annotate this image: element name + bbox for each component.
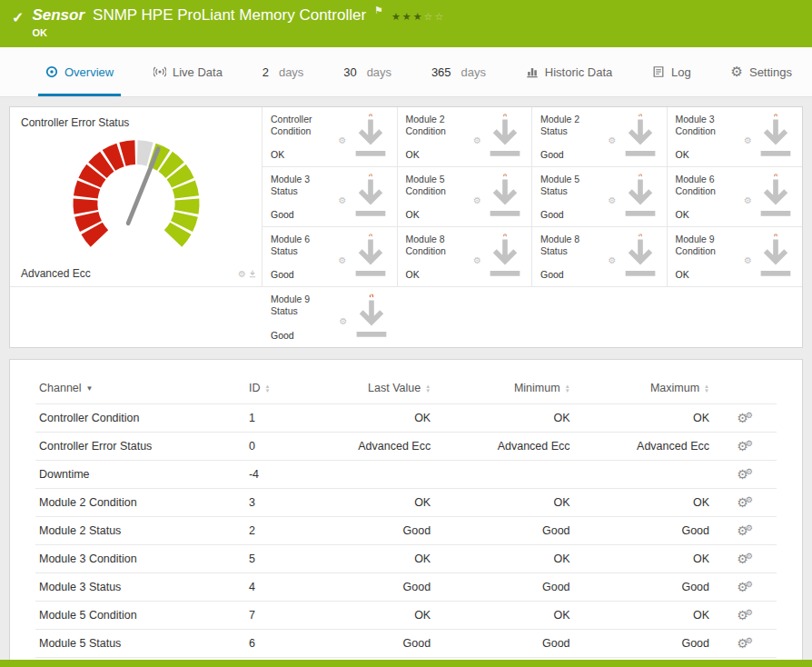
sort-toggle-icon: ▲▼	[565, 384, 570, 393]
gauge-pin-icon[interactable]	[619, 237, 661, 283]
gauge-settings-icon[interactable]: ⚙	[744, 256, 752, 264]
gauge-pin-icon[interactable]	[484, 237, 526, 283]
channel-settings-icon[interactable]: ⚙⚙	[737, 608, 753, 622]
table-row[interactable]: Module 3 Status4GoodGoodGood⚙⚙	[35, 573, 777, 602]
gauge-pin-icon[interactable]	[484, 117, 526, 163]
gauge-value: OK	[406, 209, 474, 220]
column-header-id[interactable]: ID▲▼	[245, 373, 295, 404]
tab-log[interactable]: Log	[645, 47, 698, 96]
gauge-settings-icon[interactable]: ⚙	[744, 136, 752, 144]
gauge-settings-icon[interactable]: ⚙	[473, 136, 481, 144]
gauge-pin-icon[interactable]	[350, 117, 391, 163]
gauge-settings-icon[interactable]: ⚙	[609, 196, 617, 204]
channel-value-cell: OK	[574, 489, 713, 517]
gauge-cell-module-3-condition[interactable]: Module 3 ConditionOK⚙	[668, 107, 803, 167]
star-filled-icon[interactable]: ★	[413, 11, 424, 22]
tab-settings[interactable]: ⚙Settings	[724, 47, 799, 96]
gauge-cell-module-8-condition[interactable]: Module 8 ConditionOK⚙	[398, 227, 533, 287]
gauge-icons: ⚙	[339, 117, 391, 163]
gauge-cell-module-9-condition[interactable]: Module 9 ConditionOK⚙	[668, 227, 803, 287]
tab-30-days[interactable]: 30days	[336, 47, 399, 96]
gauge-settings-icon[interactable]: ⚙	[473, 256, 481, 264]
tab-365-days[interactable]: 365days	[424, 47, 493, 96]
gauge-settings-icon[interactable]: ⚙	[609, 136, 617, 144]
gauge-settings-icon[interactable]: ⚙	[744, 196, 752, 204]
gauge-cell-controller-condition[interactable]: Controller ConditionOK⚙	[262, 107, 398, 167]
table-row[interactable]: Downtime-4⚙⚙	[35, 461, 777, 489]
channel-settings-icon[interactable]: ⚙⚙	[737, 439, 753, 453]
column-header-last-value[interactable]: Last Value▲▼	[295, 373, 434, 404]
priority-stars[interactable]: ★★★☆☆	[391, 7, 445, 24]
star-filled-icon[interactable]: ★	[402, 11, 413, 22]
gauge-cell-controller-error-status[interactable]: Controller Error Status Advanced Ecc ⚙	[10, 107, 262, 287]
gauge-pin-icon[interactable]	[755, 237, 797, 283]
gauge-settings-icon[interactable]: ⚙	[340, 317, 348, 325]
channel-settings-icon[interactable]: ⚙⚙	[737, 411, 753, 425]
gauge-cell-module-3-status[interactable]: Module 3 StatusGood⚙	[262, 167, 398, 227]
column-header-maximum[interactable]: Maximum▲▼	[574, 373, 713, 404]
table-row[interactable]: Module 2 Status2GoodGoodGood⚙⚙	[35, 517, 777, 545]
gauge-value: OK	[271, 149, 339, 160]
channel-settings-icon[interactable]: ⚙⚙	[737, 552, 753, 566]
channel-value-cell: 7	[245, 602, 295, 630]
channel-settings-icon[interactable]: ⚙⚙	[737, 636, 753, 651]
channel-value-cell: 2	[245, 517, 295, 545]
gauge-pin-icon[interactable]	[249, 265, 256, 282]
gauge-cell-module-6-condition[interactable]: Module 6 ConditionOK⚙	[668, 167, 803, 227]
gauge-icons: ⚙	[744, 177, 797, 223]
channel-settings-icon[interactable]: ⚙⚙	[737, 495, 753, 510]
gauge-cell-module-9-status[interactable]: Module 9 StatusGood⚙	[262, 287, 398, 347]
gauge-pin-icon[interactable]	[619, 117, 661, 163]
gauge-cell-module-6-status[interactable]: Module 6 StatusGood⚙	[262, 227, 398, 287]
gauge-settings-icon[interactable]: ⚙	[609, 256, 617, 264]
column-label: ID	[249, 382, 261, 394]
gauge-settings-icon[interactable]: ⚙	[339, 196, 347, 204]
channel-value-cell: Good	[574, 630, 713, 658]
gauge-pin-icon[interactable]	[484, 177, 526, 223]
table-row[interactable]: Module 5 Status6GoodGoodGood⚙⚙	[35, 630, 777, 658]
gauge-settings-icon[interactable]: ⚙	[473, 196, 481, 204]
gauge-cell-module-8-status[interactable]: Module 8 StatusGood⚙	[532, 227, 668, 287]
channel-settings-icon[interactable]: ⚙⚙	[737, 467, 753, 482]
star-empty-icon[interactable]: ☆	[434, 11, 445, 22]
gauge-cell-module-5-status[interactable]: Module 5 StatusGood⚙	[532, 167, 668, 227]
gauge-pin-icon[interactable]	[350, 237, 391, 283]
gauge-cell-module-2-condition[interactable]: Module 2 ConditionOK⚙	[398, 107, 533, 167]
star-filled-icon[interactable]: ★	[391, 11, 402, 22]
gauge-pin-icon[interactable]	[351, 298, 392, 343]
tab-historic-data[interactable]: Historic Data	[519, 47, 619, 96]
table-row[interactable]: Module 2 Condition3OKOKOK⚙⚙	[35, 489, 777, 517]
table-row[interactable]: Module 5 Condition7OKOKOK⚙⚙	[35, 602, 777, 630]
tab-live-data[interactable]: Live Data	[146, 47, 230, 96]
channel-actions-cell: ⚙⚙	[713, 489, 777, 517]
gauge-cell-module-2-status[interactable]: Module 2 StatusGood⚙	[532, 107, 668, 167]
gauge-pin-icon[interactable]	[619, 177, 661, 223]
gauge-value: Good	[271, 269, 339, 280]
table-row[interactable]: Module 3 Condition5OKOKOK⚙⚙	[35, 545, 777, 573]
channel-value-cell	[295, 461, 434, 489]
gauges-panel: Controller Error Status Advanced Ecc ⚙ C…	[9, 106, 803, 348]
channel-name-cell: Module 2 Condition	[35, 489, 245, 517]
gauge-settings-icon[interactable]: ⚙	[339, 136, 347, 144]
table-row[interactable]: Controller Condition1OKOKOK⚙⚙	[35, 404, 777, 433]
channel-settings-icon[interactable]: ⚙⚙	[737, 523, 753, 538]
tab-overview[interactable]: Overview	[38, 47, 121, 96]
gauge-settings-icon[interactable]: ⚙	[238, 270, 246, 278]
column-header-minimum[interactable]: Minimum▲▼	[434, 373, 573, 404]
gauge-title: Module 8 Condition	[406, 234, 474, 257]
channel-value-cell: OK	[574, 545, 713, 573]
star-empty-icon[interactable]: ☆	[424, 11, 435, 22]
gauge-pin-icon[interactable]	[350, 177, 391, 223]
tab-2-days[interactable]: 2days	[255, 47, 312, 96]
gauge-graphic: ⚙	[339, 234, 391, 283]
table-row[interactable]: Controller Error Status0Advanced EccAdva…	[35, 433, 777, 461]
gauge-pin-icon[interactable]	[755, 177, 797, 223]
gauge-cell-module-5-condition[interactable]: Module 5 ConditionOK⚙	[398, 167, 533, 227]
channel-settings-icon[interactable]: ⚙⚙	[737, 580, 753, 594]
gauge-cell-text: Module 9 ConditionOK	[676, 234, 745, 283]
gauge-settings-icon[interactable]: ⚙	[339, 256, 347, 264]
gauge-pin-icon[interactable]	[755, 117, 797, 163]
column-header-channel[interactable]: Channel▼	[35, 373, 245, 404]
tab-label: Log	[671, 65, 691, 79]
flag-icon[interactable]: ⚑	[374, 5, 383, 16]
